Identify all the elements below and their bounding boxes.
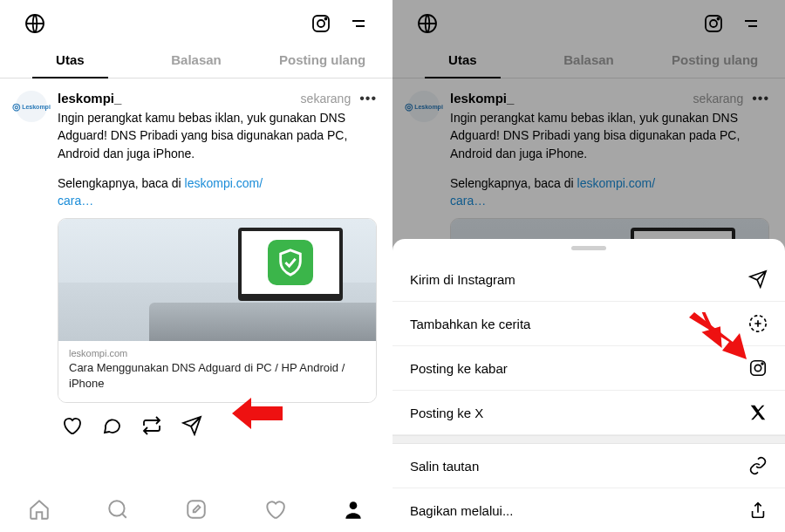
sheet-send-instagram[interactable]: Kirim di Instagram <box>392 257 785 302</box>
post-username[interactable]: leskompi_ <box>58 91 121 106</box>
tab-replies[interactable]: Balasan <box>133 44 260 78</box>
post: Leskompi leskompi_ sekarang ••• Ingin pe… <box>0 78 392 448</box>
instagram-icon <box>703 13 724 34</box>
repost-icon[interactable] <box>141 415 162 436</box>
shield-icon <box>268 240 313 285</box>
red-arrow-right <box>689 312 747 359</box>
svg-point-4 <box>109 501 124 515</box>
tab-threads: Utas <box>399 44 526 78</box>
menu-icon[interactable] <box>347 13 368 34</box>
more-icon[interactable]: ••• <box>359 92 377 106</box>
globe-icon[interactable] <box>24 13 45 34</box>
svg-point-3 <box>325 18 327 20</box>
link-icon <box>748 456 768 475</box>
menu-icon <box>740 13 761 34</box>
top-header <box>0 0 392 44</box>
x-icon <box>748 403 768 422</box>
sheet-grabber[interactable] <box>571 246 606 250</box>
svg-point-14 <box>761 363 763 365</box>
home-icon[interactable] <box>28 498 51 521</box>
comment-icon[interactable] <box>101 415 122 436</box>
svg-point-9 <box>710 20 717 27</box>
svg-point-2 <box>317 20 324 27</box>
avatar[interactable]: Leskompi <box>16 91 47 122</box>
sheet-divider <box>392 435 785 444</box>
svg-point-10 <box>718 18 720 20</box>
svg-point-13 <box>754 365 761 371</box>
sheet-share-via[interactable]: Bagikan melalui... <box>392 488 785 532</box>
tab-reposts[interactable]: Posting ulang <box>259 44 386 78</box>
svg-rect-5 <box>188 501 205 518</box>
keyboard <box>149 303 376 341</box>
profile-icon[interactable] <box>342 498 365 521</box>
share-icon[interactable] <box>181 415 202 436</box>
card-title: Cara Menggunakan DNS Adguard di PC / HP … <box>69 360 365 391</box>
feed-tabs: Utas Balasan Posting ulang <box>0 44 392 78</box>
like-icon[interactable] <box>61 415 82 436</box>
globe-icon <box>417 13 438 34</box>
tab-replies: Balasan <box>526 44 652 78</box>
activity-icon[interactable] <box>263 498 286 521</box>
send-icon <box>748 269 768 289</box>
avatar: Leskompi <box>408 91 440 122</box>
card-image <box>58 219 376 341</box>
post-actions <box>58 403 377 448</box>
sheet-copy-link[interactable]: Salin tautan <box>392 444 785 488</box>
post-header: leskompi_ sekarang ••• <box>58 91 377 106</box>
post-text-2: Selengkapnya, baca di leskompi.com/cara… <box>450 174 769 210</box>
link-card[interactable]: leskompi.com Cara Menggunakan DNS Adguar… <box>58 218 377 402</box>
post-link[interactable]: leskompi.com/ <box>185 176 263 190</box>
bottom-tabbar <box>0 487 392 532</box>
post-text-1: Ingin perangkat kamu bebas iklan, yuk gu… <box>58 109 377 162</box>
tab-reposts: Posting ulang <box>652 44 778 78</box>
red-arrow-left <box>230 396 283 431</box>
laptop-screen <box>238 228 343 301</box>
search-icon[interactable] <box>106 498 129 521</box>
post-username: leskompi_ <box>450 91 514 106</box>
tab-threads[interactable]: Utas <box>7 44 133 78</box>
story-add-icon <box>748 314 768 333</box>
phone-right: Utas Balasan Posting ulang Leskompi lesk… <box>392 0 785 532</box>
post-text-2: Selengkapnya, baca di leskompi.com/cara… <box>58 174 377 210</box>
post-text-1: Ingin perangkat kamu bebas iklan, yuk gu… <box>450 109 769 162</box>
share-sheet: Kirim di Instagram Tambahkan ke cerita P… <box>392 239 785 532</box>
feed-tabs: Utas Balasan Posting ulang <box>392 44 785 78</box>
instagram-icon[interactable] <box>311 13 331 34</box>
sheet-post-x[interactable]: Posting ke X <box>392 391 785 435</box>
top-header <box>392 0 785 44</box>
phone-left: Utas Balasan Posting ulang Leskompi lesk… <box>0 0 392 532</box>
post-timestamp: sekarang <box>301 92 352 106</box>
compose-icon[interactable] <box>185 498 208 521</box>
post-timestamp: sekarang <box>693 92 744 106</box>
instagram-icon <box>748 358 768 378</box>
svg-point-6 <box>350 501 358 509</box>
more-icon: ••• <box>752 92 769 106</box>
post-link-more[interactable]: cara… <box>58 194 93 208</box>
card-domain: leskompi.com <box>69 348 365 358</box>
share-icon <box>748 501 768 520</box>
